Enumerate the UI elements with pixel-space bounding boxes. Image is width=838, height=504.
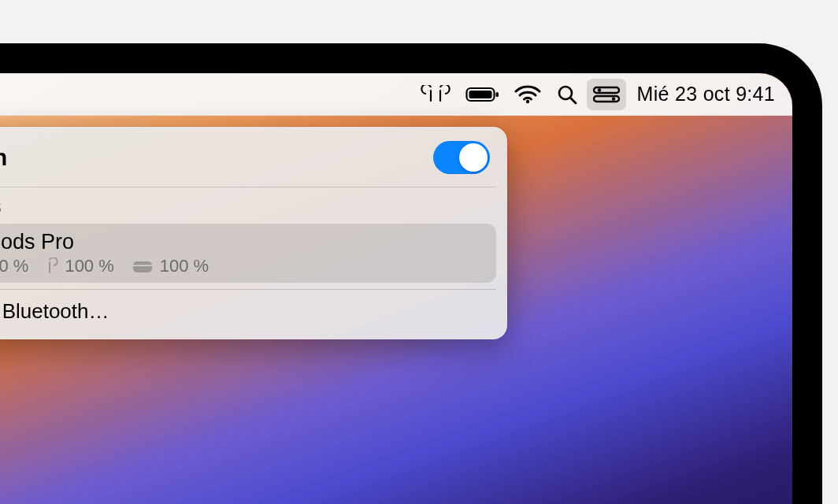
right-earbud-pct: 100 % xyxy=(65,256,113,276)
bluetooth-panel: Bluetooth Dispositivos xyxy=(0,127,507,339)
svg-rect-14 xyxy=(133,261,152,272)
toggle-knob xyxy=(459,143,488,172)
svg-point-1 xyxy=(443,90,443,91)
menubar-clock[interactable]: Mié 23 oct 9:41 xyxy=(628,83,775,106)
bluetooth-settings-link[interactable]: Ajustes de Bluetooth… xyxy=(0,290,507,335)
menubar-spotlight-icon[interactable] xyxy=(549,79,585,110)
svg-point-5 xyxy=(525,99,528,102)
desktop-wallpaper: Mié 23 oct 9:41 Bluetooth Dispositivos xyxy=(0,73,792,504)
device-battery-line: 100 % 100 % xyxy=(0,256,209,276)
device-bezel: Mié 23 oct 9:41 Bluetooth Dispositivos xyxy=(0,43,822,504)
menubar-wifi-icon[interactable] xyxy=(508,79,547,110)
svg-rect-8 xyxy=(594,87,619,93)
device-meta: AirPods Pro 100 % xyxy=(0,230,209,276)
svg-point-9 xyxy=(597,88,600,91)
left-earbud-pct: 100 % xyxy=(0,256,28,276)
devices-section-label: Dispositivos xyxy=(0,187,507,222)
svg-rect-10 xyxy=(594,96,619,102)
bluetooth-panel-header: Bluetooth xyxy=(0,139,507,187)
menubar-airpods-icon[interactable] xyxy=(413,79,458,110)
svg-rect-4 xyxy=(495,92,499,97)
bluetooth-toggle[interactable] xyxy=(433,141,490,174)
menubar-control-center-icon[interactable] xyxy=(587,79,626,110)
wifi-icon xyxy=(514,85,541,104)
case-icon xyxy=(132,258,154,274)
svg-rect-3 xyxy=(469,91,491,98)
svg-point-0 xyxy=(427,90,428,91)
airpods-icon xyxy=(420,85,451,104)
right-earbud-battery: 100 % xyxy=(46,256,113,276)
battery-icon xyxy=(465,86,500,103)
svg-point-11 xyxy=(611,97,614,100)
svg-line-7 xyxy=(570,98,576,103)
earbud-right-icon xyxy=(46,258,58,275)
control-center-icon xyxy=(593,86,620,103)
left-earbud-battery: 100 % xyxy=(0,256,28,276)
bluetooth-title: Bluetooth xyxy=(0,145,433,171)
menubar: Mié 23 oct 9:41 xyxy=(0,73,792,116)
case-pct: 100 % xyxy=(160,256,209,276)
device-name: AirPods Pro xyxy=(0,230,209,254)
svg-rect-15 xyxy=(133,265,152,266)
case-battery: 100 % xyxy=(132,256,209,276)
device-row-airpods[interactable]: AirPods Pro 100 % xyxy=(0,224,496,283)
menubar-battery-icon[interactable] xyxy=(459,79,506,110)
search-icon xyxy=(557,84,577,105)
